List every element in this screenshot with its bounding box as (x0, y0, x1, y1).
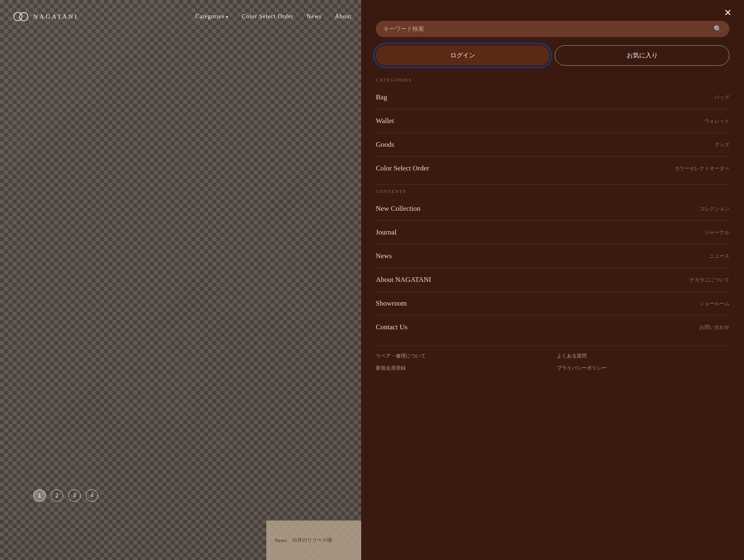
menu-item-contact-us-ja: お問い合わせ (699, 324, 729, 331)
pagination-dot-1[interactable]: 1 (33, 489, 46, 502)
menu-item-showroom-en: Showroom (376, 299, 407, 308)
login-button[interactable]: ログイン (376, 45, 550, 66)
pagination-dot-2[interactable]: 2 (51, 489, 63, 502)
menu-item-contact-us-en: Contact Us (376, 323, 407, 331)
menu-item-bag[interactable]: Bag バッグ (376, 86, 729, 109)
menu-item-news[interactable]: News ニュース (376, 244, 729, 268)
menu-item-about-nagatani-en: About NAGATANI (376, 276, 431, 284)
menu-item-color-select-order-en: Color Select Order (376, 164, 429, 173)
menu-item-bag-ja: バッグ (714, 94, 729, 101)
menu-item-goods-en: Goods (376, 141, 394, 149)
favorite-button[interactable]: お気に入り (555, 45, 729, 66)
menu-item-wallet-en: Wallet (376, 117, 394, 125)
categories-section: Categories Bag バッグ Wallet ウォレット Goods グッ… (376, 77, 729, 180)
menu-item-bag-en: Bag (376, 93, 387, 101)
nav-news[interactable]: News (307, 13, 322, 20)
menu-item-about-nagatani[interactable]: About NAGATANI ナガタニについて (376, 268, 729, 292)
right-panel: ✕ 🔍 ログイン お気に入り Categories Bag バッグ Wallet… (361, 0, 744, 560)
menu-item-color-select-order-ja: カラーセレクトオーダー (675, 165, 729, 172)
pagination-dot-3[interactable]: 3 (68, 489, 81, 502)
footer-link-repair[interactable]: リペア・修理について (376, 353, 548, 360)
search-bar: 🔍 (376, 21, 729, 37)
pagination: 1 2 3 4 (33, 489, 98, 502)
logo-text: NAGATANI (33, 13, 78, 20)
menu-item-showroom[interactable]: Showroom ショールーム (376, 292, 729, 316)
hero-background (0, 0, 364, 560)
menu-item-contact-us[interactable]: Contact Us お問い合わせ (376, 316, 729, 339)
menu-item-news-en: News (376, 252, 392, 260)
pagination-dot-4[interactable]: 4 (86, 489, 98, 502)
logo[interactable]: NAGATANI (12, 12, 78, 22)
auth-buttons: ログイン お気に入り (376, 45, 729, 66)
nav-color-select-order[interactable]: Color Select Order (242, 13, 293, 20)
menu-item-goods[interactable]: Goods グッズ (376, 133, 729, 157)
close-button[interactable]: ✕ (724, 8, 732, 17)
nav-about[interactable]: About (335, 13, 352, 20)
news-bar-text: 10月のリリース情 (292, 537, 332, 544)
menu-item-new-collection-en: New Collection (376, 205, 420, 213)
contents-section: Contents New Collection コレクション Journal ジ… (376, 189, 729, 339)
menu-item-color-select-order[interactable]: Color Select Order カラーセレクトオーダー (376, 157, 729, 180)
menu-item-about-nagatani-ja: ナガタニについて (689, 276, 729, 284)
news-bar-label: News (275, 537, 287, 544)
news-bar[interactable]: News 10月のリリース情 (266, 521, 366, 560)
footer-links: リペア・修理について よくある質問 新規会員登録 プライバシーポリシー (376, 345, 729, 372)
menu-item-wallet-ja: ウォレット (704, 118, 729, 125)
footer-link-register[interactable]: 新規会員登録 (376, 365, 548, 372)
menu-item-news-ja: ニュース (709, 253, 729, 260)
section-divider (376, 184, 729, 185)
svg-point-1 (20, 12, 28, 21)
menu-item-new-collection-ja: コレクション (699, 205, 729, 212)
nav-links: Categories ▾ Color Select Order News Abo… (195, 13, 352, 20)
search-input[interactable] (383, 26, 714, 32)
hero-overlay (0, 0, 364, 560)
footer-link-faq[interactable]: よくある質問 (557, 353, 729, 360)
menu-item-showroom-ja: ショールーム (699, 300, 729, 307)
chevron-down-icon: ▾ (226, 15, 228, 19)
menu-item-goods-ja: グッズ (714, 141, 729, 148)
footer-link-privacy[interactable]: プライバシーポリシー (557, 365, 729, 372)
contents-section-label: Contents (376, 189, 729, 194)
menu-item-journal-en: Journal (376, 228, 397, 237)
menu-item-wallet[interactable]: Wallet ウォレット (376, 109, 729, 133)
nav-categories[interactable]: Categories ▾ (195, 13, 228, 20)
search-icon: 🔍 (714, 25, 722, 33)
menu-item-journal[interactable]: Journal ジャーナル (376, 221, 729, 244)
logo-icon (12, 12, 29, 22)
categories-section-label: Categories (376, 77, 729, 82)
menu-item-new-collection[interactable]: New Collection コレクション (376, 197, 729, 221)
navbar: NAGATANI Categories ▾ Color Select Order… (0, 0, 364, 33)
menu-item-journal-ja: ジャーナル (704, 229, 729, 236)
